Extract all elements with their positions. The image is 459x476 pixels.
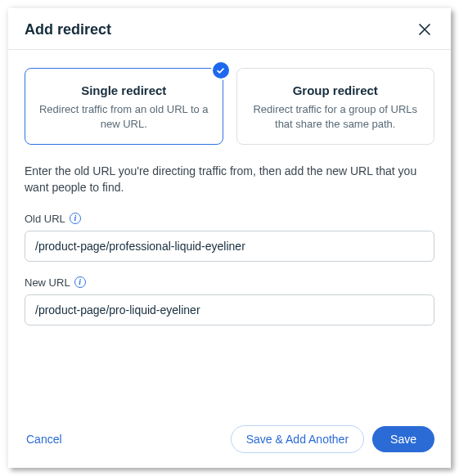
option-single-redirect[interactable]: Single redirect Redirect traffic from an… (25, 68, 223, 145)
modal-header: Add redirect (8, 8, 451, 50)
new-url-label-row: New URL i (25, 276, 434, 289)
selected-check-icon (213, 62, 229, 79)
close-button[interactable] (415, 20, 434, 39)
close-icon (418, 23, 431, 36)
old-url-group: Old URL i (25, 213, 434, 262)
option-title: Group redirect (249, 83, 423, 97)
info-icon[interactable]: i (70, 213, 81, 224)
new-url-group: New URL i (25, 276, 434, 326)
option-desc: Redirect traffic from an old URL to a ne… (37, 102, 211, 131)
instructions-text: Enter the old URL you're directing traff… (25, 163, 434, 196)
modal-footer: Cancel Save & Add Another Save (8, 414, 451, 468)
option-desc: Redirect traffic for a group of URLs tha… (249, 102, 423, 131)
save-add-another-button[interactable]: Save & Add Another (231, 425, 364, 453)
modal-title: Add redirect (25, 21, 111, 38)
option-group-redirect[interactable]: Group redirect Redirect traffic for a gr… (236, 68, 435, 145)
modal-body: Single redirect Redirect traffic from an… (8, 50, 451, 414)
old-url-input[interactable] (25, 231, 434, 262)
save-button[interactable]: Save (372, 426, 434, 452)
new-url-label: New URL (25, 276, 70, 289)
redirect-type-options: Single redirect Redirect traffic from an… (25, 68, 434, 145)
cancel-button[interactable]: Cancel (25, 428, 64, 451)
old-url-label-row: Old URL i (25, 213, 434, 225)
add-redirect-modal: Add redirect Single redirect Redirect tr… (8, 8, 451, 468)
new-url-input[interactable] (25, 294, 434, 326)
option-title: Single redirect (37, 83, 211, 97)
footer-right: Save & Add Another Save (231, 425, 434, 453)
info-icon[interactable]: i (74, 276, 86, 288)
old-url-label: Old URL (25, 213, 65, 225)
